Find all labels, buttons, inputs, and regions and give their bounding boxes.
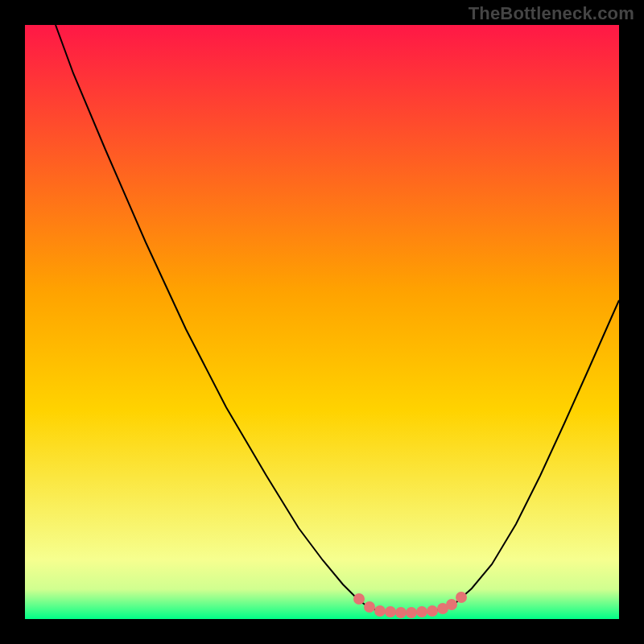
plot-area: [25, 25, 619, 619]
gradient-bg: [25, 25, 619, 619]
dot-marker: [385, 606, 396, 617]
dot-marker: [374, 605, 386, 617]
chart-svg: [25, 25, 619, 619]
chart-frame: TheBottleneck.com: [0, 0, 644, 644]
attribution-text: TheBottleneck.com: [469, 3, 634, 24]
dot-marker: [446, 599, 457, 610]
dot-marker: [456, 592, 467, 603]
dot-marker: [364, 601, 375, 613]
dot-marker: [427, 605, 438, 617]
dot-marker: [395, 607, 407, 618]
dot-marker: [416, 606, 427, 617]
dot-marker: [406, 607, 417, 618]
dot-marker: [353, 593, 365, 605]
